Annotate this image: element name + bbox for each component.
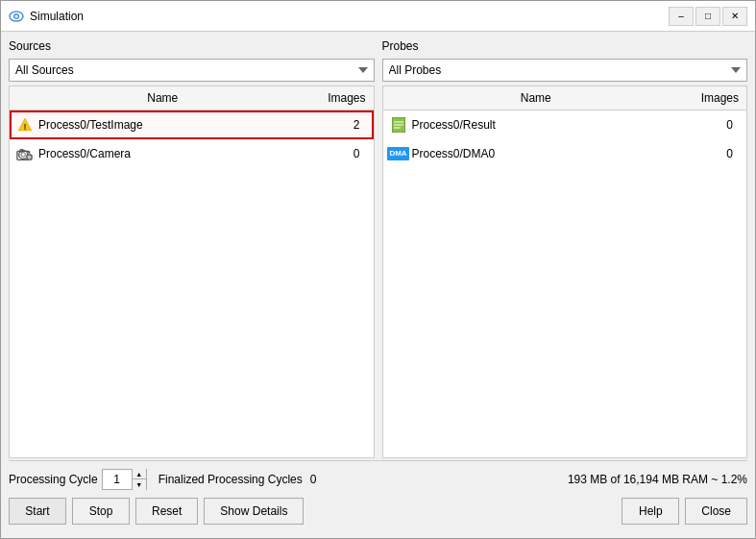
probes-images-header: Images [689, 89, 746, 107]
probes-table-body: Process0/Result 0 DMA Process0/DMA0 0 [383, 110, 747, 457]
simulation-window: Simulation – □ ✕ Sources All Sources Nam… [0, 0, 756, 539]
probe-row-images: 0 [683, 118, 741, 132]
status-bar: Processing Cycle ▲ ▼ Finalized Processin… [9, 463, 747, 494]
probes-label: Probes [382, 39, 748, 53]
sources-label: Sources [9, 39, 375, 53]
table-row[interactable]: DMA Process0/DMA0 0 [383, 139, 747, 168]
probe-row-images: 0 [683, 147, 741, 160]
spinner-buttons: ▲ ▼ [132, 469, 146, 490]
sources-dropdown[interactable]: All Sources [9, 59, 375, 82]
source-row-images: 2 [310, 118, 368, 132]
sources-panel: Sources All Sources Name Images [9, 39, 375, 458]
show-details-button[interactable]: Show Details [204, 498, 304, 525]
probes-table: Name Images [382, 86, 748, 458]
content-area: Sources All Sources Name Images [1, 32, 755, 538]
sources-name-header: Name [10, 89, 316, 107]
finalized-label: Finalized Processing Cycles [159, 473, 303, 486]
window-title: Simulation [30, 10, 669, 23]
table-row[interactable]: Process0/Result 0 [383, 110, 747, 139]
panels-row: Sources All Sources Name Images [9, 39, 747, 458]
source-row-name: Process0/Camera [38, 147, 310, 160]
probe-row-name: Process0/DMA0 [412, 147, 684, 160]
camera-icon [15, 144, 35, 163]
window-icon [9, 9, 24, 24]
svg-text:!: ! [24, 122, 27, 132]
source-row-images: 0 [310, 147, 368, 160]
table-row[interactable]: Process0/Camera 0 [10, 139, 374, 168]
sources-table-body: ! Process0/TestImage 2 [10, 110, 374, 457]
title-bar: Simulation – □ ✕ [1, 1, 755, 32]
warning-icon: ! [15, 115, 35, 135]
help-button[interactable]: Help [622, 498, 679, 525]
probes-name-header: Name [383, 89, 690, 107]
processing-cycle-spinner[interactable]: ▲ ▼ [102, 469, 147, 490]
probes-table-header: Name Images [383, 86, 747, 110]
spin-down-button[interactable]: ▼ [133, 479, 146, 490]
divider [9, 460, 747, 461]
sources-table: Name Images ! Process0/Te [9, 86, 375, 458]
window-controls: – □ ✕ [669, 7, 747, 26]
processing-cycle-input[interactable] [103, 470, 132, 489]
svg-point-6 [21, 153, 26, 158]
sources-images-header: Images [316, 89, 374, 107]
memory-info: 193 MB of 16,194 MB RAM ~ 1.2% [568, 473, 747, 486]
maximize-button[interactable]: □ [695, 7, 720, 26]
sources-table-header: Name Images [10, 86, 374, 110]
status-left: Processing Cycle ▲ ▼ Finalized Processin… [9, 469, 568, 490]
reset-button[interactable]: Reset [135, 498, 198, 525]
stop-button[interactable]: Stop [72, 498, 130, 525]
probe-row-name: Process0/Result [412, 118, 684, 132]
minimize-button[interactable]: – [669, 7, 694, 26]
dma-icon: DMA [389, 144, 408, 163]
start-button[interactable]: Start [9, 498, 66, 525]
probes-panel: Probes All Probes Name Images [382, 39, 748, 458]
probes-dropdown[interactable]: All Probes [382, 59, 748, 82]
processing-cycle-label: Processing Cycle [9, 473, 98, 486]
result-icon [389, 115, 408, 135]
close-button[interactable]: Close [685, 498, 747, 525]
finalized-value: 0 [310, 473, 317, 486]
svg-point-2 [15, 14, 18, 17]
spin-up-button[interactable]: ▲ [133, 469, 146, 479]
svg-point-8 [28, 151, 30, 153]
source-row-name: Process0/TestImage [38, 118, 310, 132]
window-close-button[interactable]: ✕ [722, 7, 747, 26]
table-row[interactable]: ! Process0/TestImage 2 [10, 110, 374, 139]
buttons-bar: Start Stop Reset Show Details Help Close [9, 494, 747, 530]
svg-point-11 [28, 156, 32, 159]
